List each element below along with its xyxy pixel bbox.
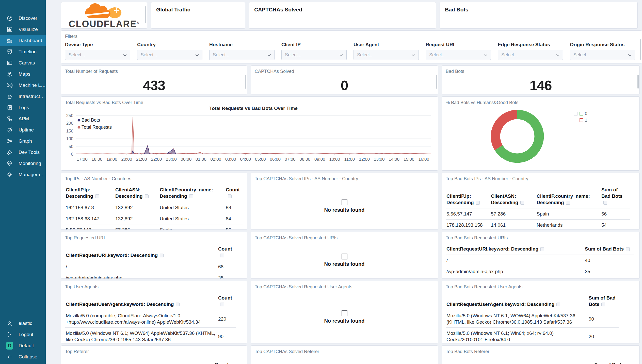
sidebar-item-apm[interactable]: APM bbox=[0, 113, 46, 124]
table-column-header-sum-of-bad-bots[interactable]: Sum of Bad Bots bbox=[588, 294, 619, 310]
user-icon bbox=[6, 320, 13, 327]
table-row[interactable]: Mozilla/5.0 (Windows NT 6.1; Win64; x64;… bbox=[446, 328, 619, 344]
table-row[interactable]: /40 bbox=[446, 255, 634, 266]
table-row[interactable]: 162.158.68.147132,892United States84 bbox=[65, 213, 243, 224]
table-row[interactable]: 162.158.67.8132,892United States88 bbox=[65, 202, 243, 213]
table-column-header-clientip-ip-descending[interactable]: ClientIP.ip: Descending bbox=[446, 186, 490, 208]
table-row[interactable]: Mozilla/5.0 (Windows NT 6.1; WOW64) Appl… bbox=[65, 328, 236, 344]
donut-legend-item-1[interactable]: 1 bbox=[580, 118, 587, 123]
table-column-header[interactable]: Count bbox=[61, 362, 229, 364]
legend-item-total-requests[interactable]: Total Requests bbox=[78, 125, 112, 130]
filter-select-device-type[interactable]: Select... bbox=[65, 50, 130, 60]
sidebar-item-elastic[interactable]: elastic bbox=[0, 318, 46, 329]
table-column-header-clientip-ip-descending[interactable]: ClientIP.ip: Descending bbox=[65, 186, 115, 202]
sort-checkbox-icon[interactable] bbox=[603, 201, 607, 205]
table-column-header[interactable]: Sum of Bad bbox=[442, 362, 621, 364]
logo-panel-scrollbar[interactable] bbox=[145, 6, 146, 23]
sort-checkbox-icon[interactable] bbox=[220, 303, 224, 306]
sidebar-item-visualize[interactable]: Visualize bbox=[0, 24, 46, 35]
sort-checkbox-icon[interactable] bbox=[189, 194, 193, 198]
sidebar-item-timelion[interactable]: Timelion bbox=[0, 46, 46, 57]
filter-select-client-ip[interactable]: Select... bbox=[281, 50, 347, 60]
sort-checkbox-icon[interactable] bbox=[220, 254, 224, 257]
sort-checkbox-icon[interactable] bbox=[626, 247, 630, 251]
sort-checkbox-icon[interactable] bbox=[160, 254, 164, 257]
filters-panel: Filters Device TypeSelect...CountrySelec… bbox=[61, 30, 642, 63]
sidebar-item-default[interactable]: DDefault bbox=[0, 340, 46, 351]
x-tick-label: 19:00 bbox=[106, 157, 117, 162]
sort-checkbox-icon[interactable] bbox=[145, 194, 149, 198]
filter-select-country[interactable]: Select... bbox=[137, 50, 202, 60]
x-tick-label: 07:00 bbox=[285, 157, 296, 162]
table-panel-top-bad-bots-referer: Top Bad Bots RefererSum of Bad bbox=[442, 345, 640, 364]
metric-panel-scrollbar[interactable] bbox=[436, 75, 437, 89]
table-column-header-sum-of-bad-bots[interactable]: Sum of Bad Bots bbox=[584, 245, 634, 255]
filter-select-hostname[interactable]: Select... bbox=[209, 50, 275, 60]
table-column-header-count[interactable]: Count bbox=[218, 294, 236, 310]
x-tick-label: 15:00 bbox=[404, 157, 414, 162]
sort-checkbox-icon[interactable] bbox=[556, 303, 560, 306]
tables-row-1: Top IPs - AS Number - CountriesClientIP.… bbox=[61, 173, 642, 230]
table-row[interactable]: 5.56.57.14757,286Spain56 bbox=[65, 224, 243, 230]
filter-select-request-uri[interactable]: Select... bbox=[426, 50, 491, 60]
sidebar-item-logout[interactable]: Logout bbox=[0, 329, 46, 340]
table-column-header-clientip-country-name-descending[interactable]: ClientIP.country_name: Descending bbox=[159, 186, 225, 202]
sidebar-item-monitoring[interactable]: Monitoring bbox=[0, 158, 46, 169]
sidebar-item-graph[interactable]: Graph bbox=[0, 136, 46, 147]
table-row[interactable]: Mozilla/5.0 (compatible; CloudFlare-Alwa… bbox=[65, 310, 236, 328]
table-column-header-count[interactable]: Count bbox=[218, 245, 239, 261]
filter-label: Request URI bbox=[426, 42, 491, 47]
metric-panel-scrollbar[interactable] bbox=[637, 75, 639, 89]
filter-select-origin-response-status[interactable]: Select... bbox=[570, 50, 635, 60]
legend-item-bad-bots[interactable]: Bad Bots bbox=[78, 118, 100, 123]
table-cell: 68 bbox=[218, 261, 239, 272]
table-row[interactable]: /68 bbox=[65, 261, 239, 272]
sidebar-item-machine-le[interactable]: Machine Le… bbox=[0, 80, 46, 91]
sort-checkbox-icon[interactable] bbox=[95, 194, 99, 198]
filter-select-edge-response-status[interactable]: Select... bbox=[498, 50, 563, 60]
sort-checkbox-icon[interactable] bbox=[176, 303, 180, 306]
sidebar-item-discover[interactable]: Discover bbox=[0, 13, 46, 24]
donut-legend-item-0[interactable]: 0 bbox=[580, 111, 587, 116]
table-cell: 132,892 bbox=[115, 213, 159, 224]
table-column-header-clientrequestuseragent-keyword-descending[interactable]: ClientRequestUserAgent.keyword: Descendi… bbox=[65, 294, 218, 310]
donut-slice-1[interactable] bbox=[495, 114, 517, 148]
table-column-header-clientasn-descending[interactable]: ClientASN: Descending bbox=[115, 186, 159, 202]
table-row[interactable]: /wp-admin/admin-post.php16 bbox=[446, 277, 634, 279]
sidebar-item-uptime[interactable]: Uptime bbox=[0, 124, 46, 136]
sidebar-item-collapse[interactable]: Collapse bbox=[0, 351, 46, 362]
sort-checkbox-icon[interactable] bbox=[520, 201, 524, 205]
sidebar-item-maps[interactable]: Maps bbox=[0, 69, 46, 80]
table-row[interactable]: 5.56.57.14757,286Spain56 bbox=[446, 208, 630, 220]
table-column-header-clientrequesturi-keyword-descending[interactable]: ClientRequestURI.keyword: Descending bbox=[65, 245, 218, 261]
table-row[interactable]: 178.128.193.15814,061Netherlands54 bbox=[446, 220, 630, 230]
table-row[interactable]: /wp-admin/admin-ajax.php35 bbox=[65, 272, 239, 279]
x-tick-label: 05:00 bbox=[255, 157, 266, 162]
sidebar-item-label: elastic bbox=[19, 321, 32, 326]
sort-checkbox-icon[interactable] bbox=[566, 201, 570, 205]
sidebar-item-management[interactable]: Management bbox=[0, 169, 46, 180]
table-column-header-sum-of-bad-bots[interactable]: Sum of Bad Bots bbox=[601, 186, 630, 208]
select-placeholder: Select... bbox=[573, 52, 590, 58]
sidebar-item-infrastructure[interactable]: Infrastructure bbox=[0, 91, 46, 102]
sort-checkbox-icon[interactable] bbox=[601, 303, 605, 306]
table-column-header-count[interactable]: Count bbox=[225, 186, 243, 202]
table-column-header-clientrequestuseragent-keyword-descending[interactable]: ClientRequestUserAgent.keyword: Descendi… bbox=[446, 294, 588, 310]
legend-square-icon bbox=[580, 119, 583, 122]
legend-square-icon bbox=[580, 112, 583, 115]
sort-checkbox-icon[interactable] bbox=[476, 201, 480, 205]
table-column-header-clientasn-descending[interactable]: ClientASN: Descending bbox=[490, 186, 536, 208]
sidebar-item-canvas[interactable]: Canvas bbox=[0, 57, 46, 69]
table-row[interactable]: Mozilla/5.0 (Windows NT 6.1; WOW64) Appl… bbox=[446, 310, 619, 328]
metric-panel-scrollbar[interactable] bbox=[245, 75, 246, 89]
table-column-header-clientip-country-name-descending[interactable]: ClientIP.country_name: Descending bbox=[536, 186, 601, 208]
sidebar-item-dashboard[interactable]: Dashboard bbox=[0, 35, 46, 46]
sidebar-item-logs[interactable]: Logs bbox=[0, 102, 46, 113]
sort-checkbox-icon[interactable] bbox=[228, 194, 232, 198]
sort-checkbox-icon[interactable] bbox=[540, 247, 544, 251]
sidebar-item-dev-tools[interactable]: Dev Tools bbox=[0, 147, 46, 158]
filters-scrollbar[interactable] bbox=[640, 39, 641, 60]
filter-select-user-agent[interactable]: Select... bbox=[354, 50, 419, 60]
table-column-header-clientrequesturi-keyword-descending[interactable]: ClientRequestURI.keyword: Descending bbox=[446, 245, 584, 255]
table-row[interactable]: /wp-admin/admin-ajax.php35 bbox=[446, 266, 634, 277]
